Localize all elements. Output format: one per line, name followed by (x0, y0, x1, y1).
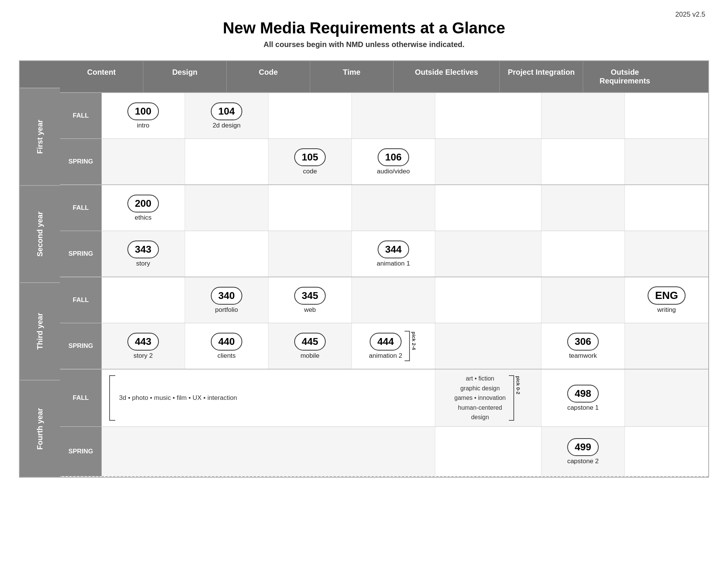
cell-outside-requirements (625, 185, 708, 231)
header-project-integration: Project Integration (500, 61, 583, 92)
cell-time (352, 277, 435, 323)
cell-content-spring (102, 427, 435, 476)
cell-code (268, 93, 352, 138)
badge-label: animation 2 (369, 352, 402, 360)
cell-time: 344 animation 1 (352, 231, 435, 277)
semester-label-col: SPRING (60, 139, 102, 184)
cell-design: 104 2d design (185, 93, 268, 138)
badge-num: 200 (127, 195, 159, 212)
course-345: 345 web (294, 287, 326, 314)
semester-label-col: FALL (60, 370, 102, 426)
badge-num: 440 (211, 333, 242, 351)
semester-label-col: SPRING (60, 427, 102, 476)
cell-project-integration (541, 231, 625, 277)
badge-label: animation 1 (377, 260, 410, 267)
cell-outside-electives (435, 93, 541, 138)
header-outside-electives: Outside Electives (394, 61, 500, 92)
cell-content (102, 277, 185, 323)
cell-outside-electives (435, 277, 541, 323)
pick-bracket-time: pick 2-4 (405, 331, 418, 361)
cell-time: 444 animation 2 pick 2-4 (352, 323, 435, 369)
cell-project-integration (541, 93, 625, 138)
cell-time (352, 185, 435, 231)
semester-label: SPRING (68, 448, 93, 455)
course-443: 443 story 2 (127, 333, 159, 360)
pick-bracket-outside: pick 0-2 (509, 375, 522, 421)
semester-first-spring: SPRING 105 code 106 audio/video (60, 139, 708, 185)
cell-project-integration: 306 teamwork (541, 323, 625, 369)
badge-label: mobile (300, 352, 319, 360)
badge-label: story 2 (133, 352, 153, 360)
pick-label-outside: pick 0-2 (514, 375, 522, 421)
cell-code (268, 185, 352, 231)
semester-label-col: SPRING (60, 323, 102, 369)
badge-num: 344 (378, 241, 409, 258)
cell-design: 340 portfolio (185, 277, 268, 323)
elective-text-fourth-fall: 3d • photo • music • film • UX • interac… (119, 393, 237, 403)
cell-outside-requirements (625, 323, 708, 369)
cell-project-integration (541, 185, 625, 231)
badge-label: intro (137, 122, 149, 129)
badge-label: 2d design (213, 122, 241, 129)
course-306: 306 teamwork (567, 333, 599, 360)
cell-outside-electives-fourth: art • fiction graphic design games • inn… (435, 370, 541, 426)
cell-design: 440 clients (185, 323, 268, 369)
course-100: 100 intro (127, 102, 159, 129)
semester-fourth-fall: FALL 3d • photo • music • film • UX • in… (60, 370, 708, 427)
cell-content: 443 story 2 (102, 323, 185, 369)
header-outside-requirements: Outside Requirements (583, 61, 667, 92)
course-eng: ENG writing (648, 286, 686, 314)
outside-electives-text: art • fiction graphic design games • inn… (454, 374, 505, 422)
badge-num: 100 (127, 102, 159, 120)
badge-label: web (304, 306, 316, 314)
page-subtitle: All courses begin with NMD unless otherw… (264, 40, 464, 49)
year-block-3: Third year (20, 283, 60, 380)
course-498: 498 capstone 1 (567, 385, 599, 412)
cell-content: 343 story (102, 231, 185, 277)
main-table: First year Second year Third year Fourth… (19, 60, 709, 478)
course-340: 340 portfolio (211, 287, 242, 314)
cell-project-integration (541, 277, 625, 323)
semester-grid: 200 ethics (102, 185, 708, 231)
cell-project-integration-fourth-fall: 498 capstone 1 (541, 370, 625, 426)
course-200: 200 ethics (127, 195, 159, 222)
cell-code: 445 mobile (268, 323, 352, 369)
row-labels: First year Second year Third year Fourth… (20, 61, 60, 477)
course-106: 106 audio/video (377, 148, 410, 175)
cell-project-integration-fourth-spring: 499 capstone 2 (541, 427, 625, 476)
header-row: Content Design Code Time Outside Electiv… (60, 61, 708, 93)
year-block-2: Second year (20, 186, 60, 283)
semester-grid: 499 capstone 2 (102, 427, 708, 476)
badge-num: 345 (294, 287, 326, 305)
badge-label: teamwork (569, 352, 597, 360)
course-445: 445 mobile (294, 333, 326, 360)
cell-time (352, 93, 435, 138)
semester-grid: 443 story 2 440 clients 445 mobile (102, 323, 708, 369)
header-design: Design (143, 61, 227, 92)
cell-time: 106 audio/video (352, 139, 435, 184)
semester-label: SPRING (68, 158, 93, 165)
cell-outside-requirements: ENG writing (625, 277, 708, 323)
cell-content: 200 ethics (102, 185, 185, 231)
header-content: Content (60, 61, 143, 92)
cell-design (185, 139, 268, 184)
semester-label: FALL (73, 296, 89, 304)
cell-outside-requirements-fourth-spring (625, 427, 708, 476)
semester-grid: 3d • photo • music • film • UX • interac… (102, 370, 708, 426)
badge-label: ethics (135, 214, 151, 222)
semester-label: FALL (73, 112, 89, 120)
badge-label: story (136, 260, 150, 267)
course-444: 444 animation 2 (369, 333, 402, 360)
year-block-4: Fourth year (20, 381, 60, 477)
badge-label-eng: writing (657, 306, 676, 314)
semester-fourth-spring: SPRING 499 capstone 2 (60, 427, 708, 476)
cell-outside-electives (435, 323, 541, 369)
semester-grid: 100 intro 104 2d design (102, 93, 708, 138)
semester-label-col: FALL (60, 185, 102, 231)
badge-num: 498 (567, 385, 599, 403)
course-499: 499 capstone 2 (567, 438, 599, 465)
badge-num: 499 (567, 438, 599, 456)
badge-num: 443 (127, 333, 159, 351)
header-time: Time (310, 61, 394, 92)
semester-label: FALL (73, 394, 89, 402)
